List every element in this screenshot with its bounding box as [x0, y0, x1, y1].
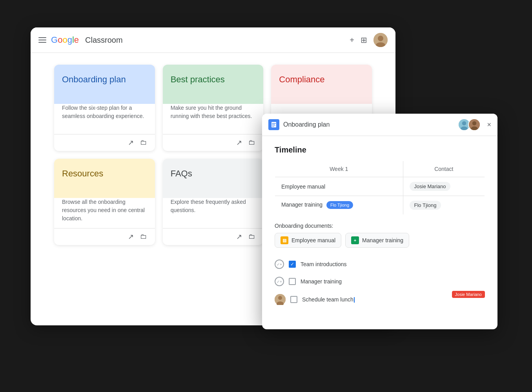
card-onboarding-header: Onboarding plan	[54, 65, 155, 104]
sheets-icon: +	[351, 236, 359, 244]
doc-header-left: Onboarding plan	[268, 119, 330, 130]
checkbox-schedule-lunch[interactable]	[290, 296, 297, 303]
table-cell-item-0: Employee manual	[275, 177, 403, 196]
doc-type-icon	[268, 119, 279, 130]
grid-icon[interactable]: ⊞	[361, 35, 367, 45]
card-faqs-footer: ↗ 🗀	[163, 228, 264, 245]
scene: Google Classroom + ⊞ On	[31, 27, 501, 365]
close-button[interactable]: ×	[487, 121, 491, 129]
card-faqs-header: FAQs	[163, 159, 264, 198]
app-name: Classroom	[85, 36, 123, 45]
card-best-practices[interactable]: Best practices Make sure you hit the gro…	[163, 65, 264, 151]
doc-header: Onboarding plan ×	[262, 114, 497, 136]
slides-icon: ▤	[281, 236, 288, 244]
doc-content: Timeline Week 1 Contact Employee manual …	[262, 136, 497, 329]
checkbox-team-intro[interactable]: ✓	[289, 261, 296, 268]
text-cursor	[354, 297, 355, 303]
svg-rect-4	[272, 123, 276, 124]
add-icon[interactable]: +	[350, 36, 354, 45]
table-header-contact: Contact	[403, 161, 485, 177]
card-resources-body: Browse all the onboarding resources you …	[54, 198, 155, 228]
logo-g2: g	[67, 35, 72, 45]
trending-icon-4[interactable]: ↗	[128, 232, 134, 241]
flo-tjiong-badge: Flo Tjiong	[326, 201, 353, 209]
collaborators-avatars	[458, 118, 481, 131]
svg-point-15	[278, 296, 282, 300]
card-compliance-title: Compliance	[279, 74, 364, 85]
table-row: Manager training Flo Tjiong Flo Tjiong	[275, 196, 485, 215]
checklist-text-manager-training: Manager training	[301, 278, 342, 285]
card-resources-header: Resources	[54, 159, 155, 198]
checklist-text-team-intro: Team introductions	[301, 261, 347, 267]
card-onboarding-title: Onboarding plan	[62, 74, 147, 85]
card-faqs[interactable]: FAQs Explore these frequently asked ques…	[163, 159, 264, 245]
menu-icon[interactable]	[38, 37, 46, 43]
contact-badge-flo: Flo Tjiong	[410, 201, 441, 210]
folder-icon-4[interactable]: 🗀	[140, 232, 147, 241]
card-onboarding-body: Follow the six-step plan for a seamless …	[54, 104, 155, 134]
card-faqs-desc: Explore these frequently asked questions…	[171, 198, 256, 214]
svg-rect-6	[272, 125, 275, 126]
card-onboarding-desc: Follow the six-step plan for a seamless …	[62, 104, 147, 120]
doc-title: Onboarding plan	[283, 121, 330, 128]
trending-icon[interactable]: ↗	[128, 138, 134, 147]
card-faqs-title: FAQs	[171, 168, 256, 180]
table-cell-contact-0: Josie Mariano	[403, 177, 485, 196]
card-best-title: Best practices	[171, 74, 256, 85]
header-right: + ⊞	[350, 33, 388, 47]
checklist-text-schedule-lunch: Schedule team lunch	[302, 296, 355, 303]
checkbox-manager-training[interactable]	[289, 278, 296, 285]
card-faqs-body: Explore these frequently asked questions…	[163, 198, 264, 228]
chip-label-employee-manual: Employee manual	[292, 237, 335, 243]
contact-badge-josie: Josie Mariano	[410, 182, 451, 191]
card-onboarding-plan[interactable]: Onboarding plan Follow the six-step plan…	[54, 65, 155, 151]
user-avatar[interactable]	[373, 33, 388, 47]
svg-point-12	[472, 121, 477, 125]
table-row: Employee manual Josie Mariano	[275, 177, 485, 196]
card-resources-footer: ↗ 🗀	[54, 228, 155, 245]
card-onboarding-footer: ↗ 🗀	[54, 134, 155, 151]
add-task-icon-2: ✓+	[275, 277, 284, 286]
add-task-icon-1: ✓+	[275, 260, 284, 269]
doc-chip-manager-training[interactable]: + Manager training	[345, 233, 409, 248]
checklist-item-team-intro: ✓+ ✓ Team introductions	[275, 256, 485, 273]
josie-avatar-tiny	[275, 294, 286, 305]
svg-point-1	[378, 36, 383, 41]
logo-o2: o	[62, 35, 67, 45]
logo-g: G	[51, 35, 58, 45]
card-resources-desc: Browse all the onboarding resources you …	[62, 198, 147, 223]
card-best-body: Make sure you hit the ground running wit…	[163, 104, 264, 134]
logo-o1: o	[58, 35, 62, 45]
timeline-table: Week 1 Contact Employee manual Josie Mar…	[275, 161, 485, 215]
svg-rect-7	[272, 126, 274, 127]
doc-window: Onboarding plan × Timeline	[262, 114, 497, 329]
card-resources-title: Resources	[62, 168, 147, 180]
doc-chip-employee-manual[interactable]: ▤ Employee manual	[275, 233, 341, 248]
header-left: Google Classroom	[38, 35, 123, 45]
folder-icon-2[interactable]: 🗀	[248, 138, 255, 147]
card-best-desc: Make sure you hit the ground running wit…	[171, 104, 256, 120]
doc-chips: ▤ Employee manual + Manager training	[275, 233, 485, 248]
trending-icon-2[interactable]: ↗	[236, 138, 242, 147]
timeline-section-title: Timeline	[275, 145, 485, 154]
folder-icon-5[interactable]: 🗀	[248, 232, 255, 241]
table-cell-contact-1: Flo Tjiong	[403, 196, 485, 215]
josie-mariano-badge: Josie Mariano	[452, 291, 485, 298]
google-logo: Google	[51, 35, 79, 45]
card-compliance-header: Compliance	[271, 65, 372, 104]
checklist-item-schedule-lunch: Schedule team lunch Josie Mariano	[275, 290, 485, 309]
card-best-header: Best practices	[163, 65, 264, 104]
logo-e: e	[74, 35, 79, 45]
trending-icon-5[interactable]: ↗	[236, 232, 242, 241]
table-cell-item-1: Manager training Flo Tjiong	[275, 196, 403, 215]
card-best-footer: ↗ 🗀	[163, 134, 264, 151]
svg-rect-5	[272, 124, 275, 125]
table-header-week: Week 1	[275, 161, 403, 177]
chip-label-manager-training: Manager training	[362, 237, 403, 243]
card-resources[interactable]: Resources Browse all the onboarding reso…	[54, 159, 155, 245]
folder-icon[interactable]: 🗀	[140, 138, 147, 147]
svg-point-9	[462, 121, 466, 125]
collaborator-avatar-2	[468, 118, 481, 131]
onboarding-docs-label: Onboarding documents:	[275, 223, 485, 229]
classroom-header: Google Classroom + ⊞	[31, 27, 395, 53]
